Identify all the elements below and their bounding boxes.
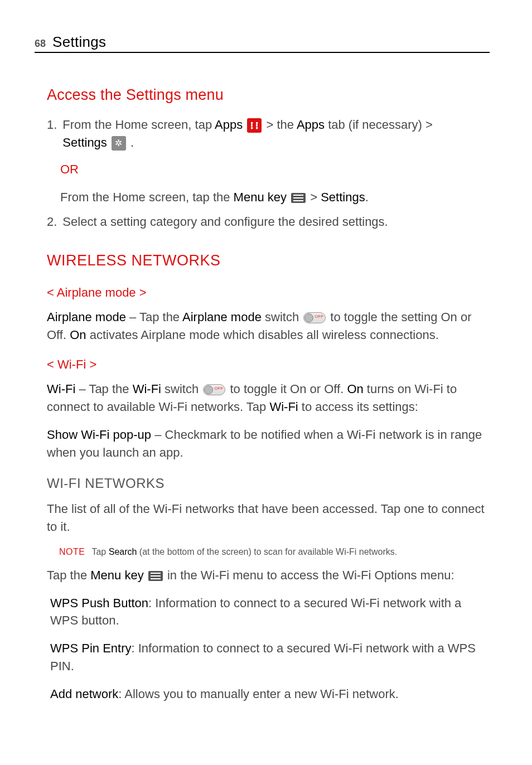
text: to access its settings: — [298, 400, 418, 414]
option-wps-pin: WPS Pin Entry: Information to connect to… — [50, 640, 486, 675]
wps-pin-entry-label: WPS Pin Entry — [50, 641, 131, 655]
note-row: NOTE Tap Search (at the bottom of the sc… — [59, 545, 486, 558]
text: in the Wi-Fi menu to access the Wi-Fi Op… — [164, 568, 454, 582]
show-wifi-popup-label: Show Wi-Fi pop-up — [47, 428, 151, 442]
text: From the Home screen, tap the — [60, 190, 234, 204]
text: : Allows you to manually enter a new Wi-… — [118, 687, 399, 701]
settings-label: Settings — [62, 135, 107, 149]
page-content: Access the Settings menu 1. From the Hom… — [35, 84, 490, 703]
text: tab (if necessary) > — [325, 118, 433, 132]
text: > the — [263, 118, 297, 132]
airplane-mode-label: Airplane mode — [47, 310, 126, 324]
step-1-text: From the Home screen, tap Apps > the App… — [62, 116, 432, 152]
step-1b: From the Home screen, tap the Menu key >… — [60, 188, 486, 206]
airplane-mode-description: Airplane mode – Tap the Airplane mode sw… — [47, 308, 486, 344]
apps-label: Apps — [215, 118, 243, 132]
menu-key-label: Menu key — [90, 568, 143, 582]
step-number: 2. — [47, 213, 57, 231]
toggle-switch-icon — [203, 384, 225, 395]
apps-tab-label: Apps — [297, 118, 325, 132]
airplane-mode-label: Airplane mode — [182, 310, 262, 324]
on-label: On — [70, 328, 86, 342]
text: – Tap the — [126, 310, 182, 324]
page-title: Settings — [52, 33, 106, 51]
text: . — [127, 135, 134, 149]
add-network-label: Add network — [50, 687, 118, 701]
wifi-popup-description: Show Wi-Fi pop-up – Checkmark to be noti… — [47, 426, 486, 462]
settings-label: Settings — [321, 190, 365, 204]
text: Tap — [91, 547, 108, 556]
text: switch — [262, 310, 302, 324]
heading-wireless-networks: WIRELESS NETWORKS — [47, 250, 486, 272]
option-wps-push: WPS Push Button: Information to connect … — [50, 594, 486, 630]
heading-airplane-mode: < Airplane mode > — [47, 284, 486, 302]
wifi-networks-description: The list of all of the Wi-Fi networks th… — [47, 500, 486, 536]
wifi-label: Wi-Fi — [47, 382, 75, 396]
or-divider: OR — [60, 161, 486, 178]
step-2: 2. Select a setting category and configu… — [47, 213, 486, 231]
wps-push-button-label: WPS Push Button — [50, 596, 148, 610]
note-label: NOTE — [59, 545, 85, 558]
wifi-label: Wi-Fi — [269, 400, 298, 414]
heading-wifi-networks-sub: WI-FI NETWORKS — [47, 474, 486, 493]
option-add-network: Add network: Allows you to manually ente… — [50, 685, 486, 703]
settings-icon: ✲ — [112, 136, 126, 151]
text: – Tap the — [75, 382, 132, 396]
wifi-label: Wi-Fi — [133, 382, 161, 396]
wifi-menu-intro: Tap the Menu key in the Wi-Fi menu to ac… — [47, 567, 486, 584]
on-label: On — [347, 382, 363, 396]
step-1: 1. From the Home screen, tap Apps > the … — [47, 116, 486, 152]
text: to toggle it On or Off. — [226, 382, 347, 396]
text: activates Airplane mode which disables a… — [86, 328, 439, 342]
text: . — [365, 190, 369, 204]
text: (at the bottom of the screen) to scan fo… — [137, 547, 397, 556]
menu-icon — [291, 193, 306, 203]
text: Tap the — [47, 568, 90, 582]
apps-icon — [247, 118, 262, 133]
toggle-switch-icon — [303, 312, 326, 323]
step-2-text: Select a setting category and configure … — [62, 213, 388, 231]
menu-key-label: Menu key — [234, 190, 287, 204]
page: 68 Settings Access the Settings menu 1. … — [0, 0, 532, 735]
heading-access-settings: Access the Settings menu — [47, 84, 486, 106]
step-number: 1. — [47, 116, 57, 152]
heading-wifi: < Wi-Fi > — [47, 356, 486, 374]
page-header: 68 Settings — [35, 33, 490, 53]
text: switch — [161, 382, 202, 396]
search-label: Search — [109, 547, 137, 556]
text: > — [307, 190, 321, 204]
wifi-description: Wi-Fi – Tap the Wi-Fi switch to toggle i… — [47, 380, 486, 416]
menu-icon — [148, 571, 163, 581]
text: From the Home screen, tap — [62, 118, 215, 132]
page-number: 68 — [35, 38, 46, 50]
note-text: Tap Search (at the bottom of the screen)… — [91, 545, 397, 558]
